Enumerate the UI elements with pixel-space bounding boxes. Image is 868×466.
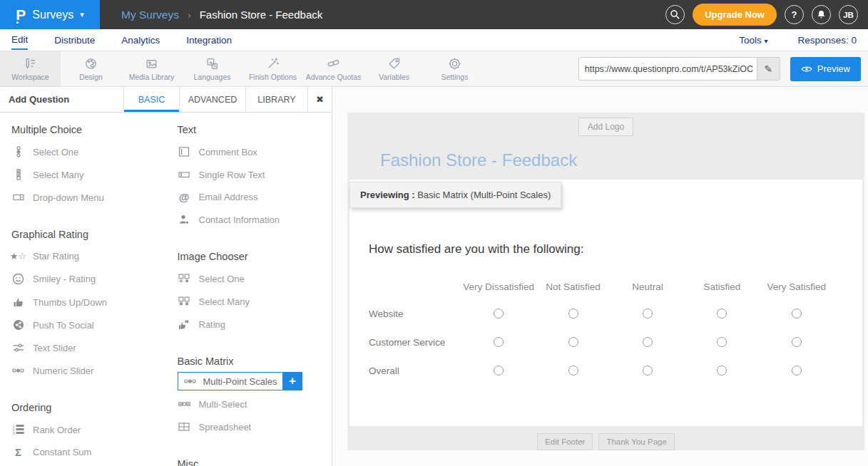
question-type-select-one[interactable]: Select One [11,140,159,163]
close-panel-button[interactable]: ✖ [307,87,332,112]
question-type-constant-sum[interactable]: Σ Constant Sum [11,441,159,463]
question-type-select-many[interactable]: Select Many [11,163,159,186]
toolbar-finish-options[interactable]: Finish Options [242,51,303,86]
matrix-column-header: Very Satisfied [760,281,834,292]
question-type-label: Rank Order [33,425,81,435]
survey-title: Fashion Store - Feedback [380,150,864,170]
question-type-image-select-many[interactable]: Select Many [178,290,325,313]
question-type-multi-select[interactable]: Multi-Select [178,393,325,415]
question-type-image-select-one[interactable]: Select One [178,267,325,290]
tab-library[interactable]: LIBRARY [245,87,307,112]
question-type-star-rating[interactable]: ★☆ Star Rating [11,245,159,267]
toolbar-label: Media Library [129,73,175,81]
question-type-contact-information[interactable]: Contact Information [178,208,325,231]
comment-box-icon [178,146,191,157]
avatar[interactable]: JB [839,5,858,24]
notifications-button[interactable] [812,5,831,24]
add-logo-button[interactable]: Add Logo [578,118,633,136]
help-button[interactable]: ? [785,5,804,24]
search-button[interactable] [665,5,685,24]
radio-button[interactable] [792,337,802,347]
grid-icon [178,421,191,433]
toolbar-media-library[interactable]: Media Library [121,51,182,86]
tab-advanced[interactable]: ADVANCED [179,87,245,112]
toolbar-settings[interactable]: Settings [424,51,485,86]
question-type-single-row-text[interactable]: Single Row Text [178,163,325,186]
tab-distribute[interactable]: Distribute [54,31,95,49]
toolbar-label: Workspace [11,73,48,81]
radio-button[interactable] [643,337,653,347]
responses-count[interactable]: Responses: 0 [797,35,857,46]
radio-button[interactable] [643,309,653,319]
thank-you-page-button[interactable]: Thank You Page [598,433,674,450]
image-checkbox-icon [178,296,191,307]
breadcrumb-my-surveys[interactable]: My Surveys [121,9,179,21]
edit-footer-button[interactable]: Edit Footer [537,433,593,450]
question-type-thumbs-up-down[interactable]: Thumbs Up/Down [11,291,159,314]
gear-icon [448,57,461,71]
breadcrumb: My Surveys › Fashion Store - Feedback [100,9,322,21]
add-question-button[interactable]: + [283,372,302,390]
toolbar-design[interactable]: Design [61,51,121,86]
toolbar-workspace[interactable]: Workspace [0,51,61,86]
tab-analytics[interactable]: Analytics [121,31,160,49]
question-type-smiley-rating[interactable]: Smiley - Rating [11,267,159,291]
tab-integration[interactable]: Integration [186,31,232,49]
question-type-multi-point-scales[interactable]: Multi-Point Scales + [178,372,325,390]
radio-button[interactable] [494,309,504,319]
question-type-drop-down-menu[interactable]: Drop-down Menu [11,186,159,209]
radio-button[interactable] [568,309,578,319]
matrix-header-row: Very Dissatisfied Not Satisfied Neutral … [369,274,834,299]
eye-icon [801,65,812,73]
questionpro-logo-icon: P [16,7,26,22]
search-icon [670,9,680,20]
toolbar-languages[interactable]: ★A Languages [182,51,242,86]
question-type-drag-and-drop[interactable]: Drag and Drop [11,463,159,466]
upgrade-now-button[interactable]: Upgrade Now [693,4,777,26]
question-type-text-slider[interactable]: Text Slider [11,336,159,359]
question-type-columns: Multiple Choice Select One Select Many D… [0,113,332,466]
toolbar-advance-quotas[interactable]: Advance Quotas [303,51,364,86]
toolbar-label: Languages [194,73,231,81]
breadcrumb-separator-icon: › [188,9,191,21]
radio-button[interactable] [568,337,578,347]
question-type-push-to-social[interactable]: Push To Social [11,314,159,336]
svg-text:3: 3 [13,432,15,435]
radio-button[interactable] [792,366,802,376]
logo-row: Add Logo [347,113,864,136]
main-content: Add Question BASIC ADVANCED LIBRARY ✖ Mu… [0,87,868,466]
radio-button[interactable] [717,309,727,319]
tab-basic[interactable]: BASIC [123,87,179,112]
matrix-column-header: Neutral [611,281,685,292]
question-type-label: Select Many [33,170,84,180]
question-type-label: Spreadsheet [199,422,252,433]
survey-url-value[interactable]: https://www.questionpro.com/t/AP53kZiOC [579,58,757,80]
preview-button[interactable]: Preview [790,57,861,81]
scale-points-icon [11,365,25,376]
radio-button[interactable] [717,337,727,347]
question-type-numeric-slider[interactable]: Numeric Slider [11,359,159,382]
tools-menu[interactable]: Tools ▾ [739,35,767,46]
radio-button[interactable] [568,366,578,376]
tag-icon [387,57,401,71]
selected-question-type[interactable]: Multi-Point Scales [178,372,283,390]
radio-button[interactable] [643,366,653,376]
question-type-image-rating[interactable]: Rating [178,313,325,336]
edit-toolbar: Workspace Design Media Library ★A Langua… [0,51,868,87]
question-type-rank-order[interactable]: 123 Rank Order [11,418,159,441]
palette-icon [84,57,98,71]
radio-button[interactable] [494,337,504,347]
radio-button[interactable] [494,366,504,376]
edit-url-button[interactable]: ✎ [757,58,780,80]
survey-url-field[interactable]: https://www.questionpro.com/t/AP53kZiOC … [578,57,780,81]
radio-button[interactable] [792,309,802,319]
toolbar-label: Advance Quotas [306,73,362,81]
app-switcher[interactable]: P Surveys ▾ [0,0,100,29]
question-type-spreadsheet[interactable]: Spreadsheet [178,415,325,438]
question-type-comment-box[interactable]: Comment Box [178,140,325,163]
toolbar-variables[interactable]: Variables [364,51,424,86]
tab-edit[interactable]: Edit [11,30,28,50]
matrix-table: Very Dissatisfied Not Satisfied Neutral … [369,274,834,385]
question-type-email-address[interactable]: @ Email Address [178,186,325,208]
radio-button[interactable] [717,366,727,376]
